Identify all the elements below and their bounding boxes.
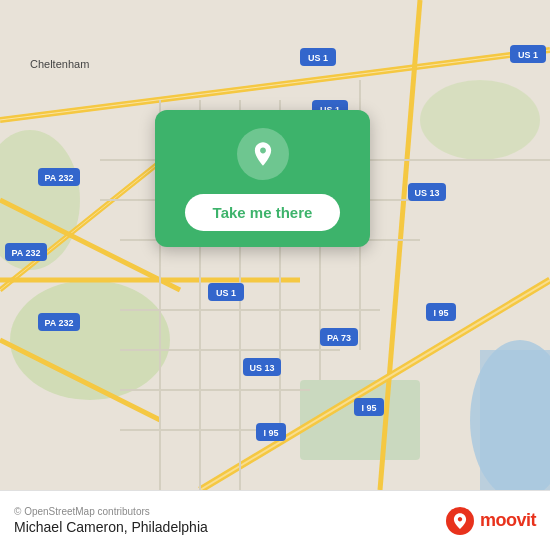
location-name: Michael Cameron, Philadelphia	[14, 519, 208, 535]
svg-text:I 95: I 95	[361, 403, 376, 413]
moovit-logo: moovit	[446, 507, 536, 535]
bottom-left: © OpenStreetMap contributors Michael Cam…	[14, 506, 208, 535]
svg-text:PA 232: PA 232	[44, 318, 73, 328]
svg-text:US 1: US 1	[518, 50, 538, 60]
svg-text:PA 73: PA 73	[327, 333, 351, 343]
bottom-bar: © OpenStreetMap contributors Michael Cam…	[0, 490, 550, 550]
svg-text:US 1: US 1	[216, 288, 236, 298]
moovit-icon	[446, 507, 474, 535]
svg-text:US 1: US 1	[308, 53, 328, 63]
moovit-brand-text: moovit	[480, 510, 536, 531]
svg-text:PA 232: PA 232	[11, 248, 40, 258]
map-container: US 1 US 1 US 1 US 13 US 13 PA 232 PA 232…	[0, 0, 550, 490]
svg-text:Cheltenham: Cheltenham	[30, 58, 89, 70]
svg-rect-6	[480, 350, 550, 490]
location-pin-icon	[237, 128, 289, 180]
svg-point-1	[10, 280, 170, 400]
svg-text:I 95: I 95	[433, 308, 448, 318]
svg-text:US 13: US 13	[414, 188, 439, 198]
svg-text:PA 232: PA 232	[44, 173, 73, 183]
svg-text:US 13: US 13	[249, 363, 274, 373]
location-card[interactable]: Take me there	[155, 110, 370, 247]
osm-attribution: © OpenStreetMap contributors	[14, 506, 208, 517]
svg-point-3	[420, 80, 540, 160]
svg-point-57	[446, 507, 474, 535]
svg-text:I 95: I 95	[263, 428, 278, 438]
take-me-there-button[interactable]: Take me there	[185, 194, 341, 231]
